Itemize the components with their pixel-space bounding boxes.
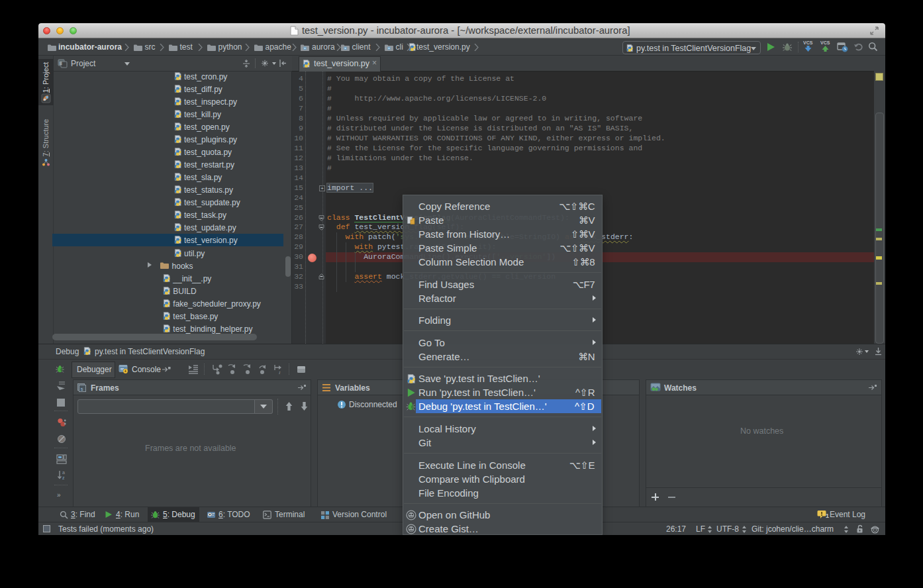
- svg-text:a: a: [62, 470, 65, 475]
- svg-text:s: s: [81, 387, 83, 392]
- svg-text:z: z: [62, 475, 65, 480]
- svg-text:B: B: [60, 61, 62, 66]
- svg-text:I: I: [278, 370, 281, 375]
